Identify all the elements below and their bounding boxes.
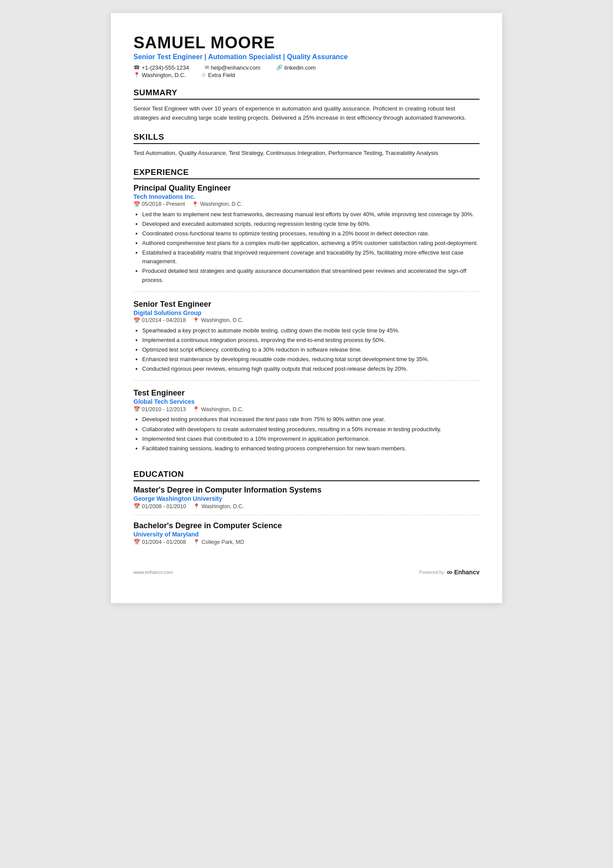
- list-item: Optimized test script efficiency, contri…: [142, 345, 480, 354]
- job-bullets-1: Led the team to implement new test frame…: [133, 210, 480, 285]
- job-meta-3: 📅 01/2010 - 12/2013 📍 Washington, D.C.: [133, 406, 480, 412]
- candidate-name: SAMUEL MOORE: [133, 34, 480, 52]
- job-entry-1: Principal Quality Engineer Tech Innovati…: [133, 184, 480, 292]
- brand-name-label: Enhancv: [454, 569, 480, 576]
- brand-logo-icon: ∞: [447, 568, 452, 577]
- list-item: Enhanced test maintenance by developing …: [142, 355, 480, 364]
- edu-entry-2: Bachelor's Degree in Computer Science Un…: [133, 521, 480, 550]
- star-icon: ☆: [201, 72, 206, 78]
- list-item: Coordinated cross-functional teams to op…: [142, 229, 480, 238]
- edu-date-2: 📅 01/2004 - 01/2008: [133, 539, 186, 545]
- list-item: Implemented test cases that contributed …: [142, 435, 480, 443]
- job-entry-3: Test Engineer Global Tech Services 📅 01/…: [133, 389, 480, 460]
- company-name-2: Digital Solutions Group: [133, 309, 480, 316]
- phone-icon: ☎: [133, 64, 140, 70]
- footer-website: www.enhancv.com: [133, 570, 173, 575]
- company-name-1: Tech Innovations Inc.: [133, 193, 480, 200]
- email-icon: ✉: [205, 64, 209, 70]
- calendar-icon-2: 📅: [133, 317, 140, 324]
- footer-brand: Powered by ∞ Enhancv: [419, 568, 480, 577]
- company-name-3: Global Tech Services: [133, 398, 480, 405]
- experience-section: EXPERIENCE Principal Quality Engineer Te…: [133, 168, 480, 460]
- job-bullets-3: Developed testing procedures that increa…: [133, 415, 480, 453]
- job-title-1: Principal Quality Engineer: [133, 184, 480, 193]
- experience-title: EXPERIENCE: [133, 168, 480, 179]
- list-item: Established a traceability matrix that i…: [142, 248, 480, 266]
- skills-section: SKILLS Test Automation, Quality Assuranc…: [133, 132, 480, 158]
- contact-phone: ☎ +1-(234)-555-1234: [133, 64, 189, 71]
- list-item: Produced detailed test strategies and qu…: [142, 267, 480, 284]
- list-item: Facilitated training sessions, leading t…: [142, 444, 480, 453]
- list-item: Developed testing procedures that increa…: [142, 415, 480, 424]
- contact-email: ✉ help@enhancv.com: [205, 64, 260, 71]
- linkedin-icon: 🔗: [276, 64, 283, 70]
- pin-icon-3: 📍: [193, 406, 200, 412]
- contact-row-2: 📍 Washington, D.C. ☆ Extra Field: [133, 72, 480, 78]
- edu-location-2: 📍 College Park, MD: [193, 539, 244, 545]
- edu-meta-1: 📅 01/2008 - 01/2010 📍 Washington, D.C.: [133, 503, 480, 509]
- job-title-3: Test Engineer: [133, 389, 480, 398]
- list-item: Spearheaded a key project to automate mo…: [142, 326, 480, 335]
- header: SAMUEL MOORE Senior Test Engineer | Auto…: [133, 34, 480, 78]
- job-date-1: 📅 05/2018 - Present: [133, 201, 185, 208]
- edu-meta-2: 📅 01/2004 - 01/2008 📍 College Park, MD: [133, 539, 480, 545]
- job-date-2: 📅 01/2014 - 04/2018: [133, 317, 186, 324]
- list-item: Collaborated with developers to create a…: [142, 425, 480, 434]
- pin-icon-1: 📍: [192, 201, 199, 208]
- list-item: Conducted rigorous peer reviews, ensurin…: [142, 365, 480, 373]
- calendar-icon-3: 📅: [133, 406, 140, 412]
- edu-degree-1: Master's Degree in Computer Information …: [133, 486, 480, 495]
- calendar-icon-4: 📅: [133, 503, 140, 509]
- pin-icon-4: 📍: [193, 503, 200, 509]
- pin-icon-5: 📍: [193, 539, 200, 545]
- summary-section: SUMMARY Senior Test Engineer with over 1…: [133, 88, 480, 123]
- education-section: EDUCATION Master's Degree in Computer In…: [133, 469, 480, 550]
- resume-page: SAMUEL MOORE Senior Test Engineer | Auto…: [111, 13, 502, 603]
- location-icon: 📍: [133, 72, 140, 78]
- edu-degree-2: Bachelor's Degree in Computer Science: [133, 521, 480, 530]
- calendar-icon-5: 📅: [133, 539, 140, 545]
- job-location-3: 📍 Washington, D.C.: [193, 406, 243, 412]
- list-item: Developed and executed automated scripts…: [142, 220, 480, 228]
- job-entry-2: Senior Test Engineer Digital Solutions G…: [133, 300, 480, 381]
- contact-location: 📍 Washington, D.C.: [133, 72, 186, 78]
- job-location-2: 📍 Washington, D.C.: [193, 317, 243, 324]
- edu-school-1: George Washington University: [133, 495, 480, 502]
- powered-by-label: Powered by: [419, 570, 444, 575]
- edu-entry-1: Master's Degree in Computer Information …: [133, 486, 480, 515]
- job-title-2: Senior Test Engineer: [133, 300, 480, 309]
- calendar-icon-1: 📅: [133, 201, 140, 208]
- job-date-3: 📅 01/2010 - 12/2013: [133, 406, 186, 412]
- skills-title: SKILLS: [133, 132, 480, 144]
- summary-title: SUMMARY: [133, 88, 480, 100]
- edu-date-1: 📅 01/2008 - 01/2010: [133, 503, 186, 509]
- edu-location-1: 📍 Washington, D.C.: [193, 503, 244, 509]
- contact-linkedin: 🔗 linkedin.com: [276, 64, 316, 71]
- job-meta-2: 📅 01/2014 - 04/2018 📍 Washington, D.C.: [133, 317, 480, 324]
- candidate-title: Senior Test Engineer | Automation Specia…: [133, 53, 480, 61]
- job-bullets-2: Spearheaded a key project to automate mo…: [133, 326, 480, 374]
- contact-row: ☎ +1-(234)-555-1234 ✉ help@enhancv.com 🔗…: [133, 64, 480, 71]
- summary-text: Senior Test Engineer with over 10 years …: [133, 104, 480, 123]
- pin-icon-2: 📍: [193, 317, 200, 324]
- list-item: Implemented a continuous integration pro…: [142, 336, 480, 345]
- contact-extra: ☆ Extra Field: [201, 72, 235, 78]
- job-location-1: 📍 Washington, D.C.: [192, 201, 243, 208]
- education-title: EDUCATION: [133, 469, 480, 481]
- edu-school-2: University of Maryland: [133, 531, 480, 538]
- list-item: Led the team to implement new test frame…: [142, 210, 480, 219]
- page-footer: www.enhancv.com Powered by ∞ Enhancv: [133, 568, 480, 577]
- list-item: Authored comprehensive test plans for a …: [142, 239, 480, 248]
- skills-text: Test Automation, Quality Assurance, Test…: [133, 148, 480, 158]
- job-meta-1: 📅 05/2018 - Present 📍 Washington, D.C.: [133, 201, 480, 208]
